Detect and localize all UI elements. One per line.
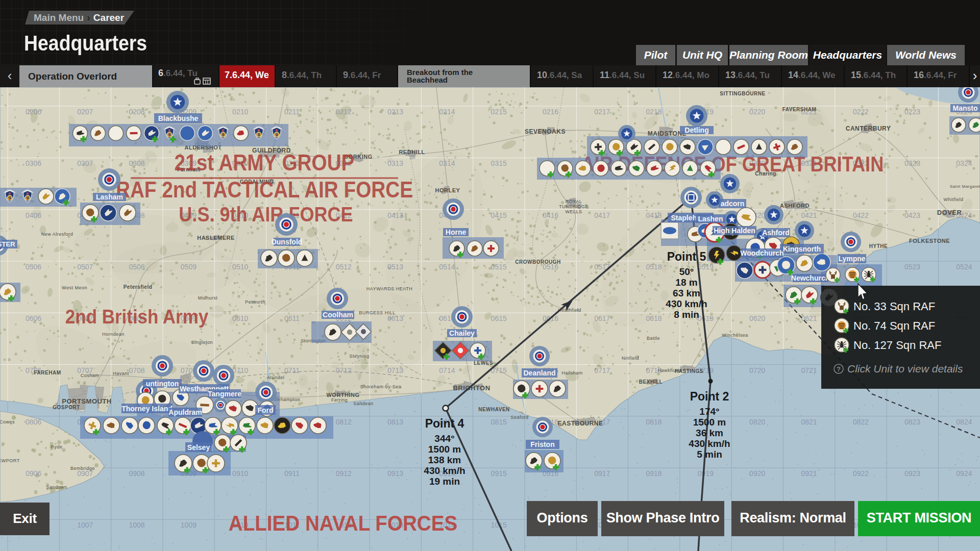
svg-text:Ryde: Ryde [51,444,62,449]
svg-text:9: 9 [26,195,29,201]
svg-text:0307: 0307 [77,159,93,167]
svg-text:Havant: Havant [113,371,129,376]
svg-text:0613: 0613 [387,314,403,322]
svg-text:9: 9 [275,132,278,137]
svg-text:Horndean: Horndean [102,332,125,337]
svg-text:Apuldram: Apuldram [168,408,202,416]
svg-text:0617: 0617 [594,314,610,322]
svg-text:0212: 0212 [336,108,352,116]
svg-text:0710: 0710 [232,366,248,374]
svg-text:Lympne: Lympne [838,255,865,263]
svg-text:Hailsham: Hailsham [561,370,583,375]
svg-text:Cowes: Cowes [0,419,15,424]
svg-text:RAF 2nd TACTICAL AIR FORCE: RAF 2nd TACTICAL AIR FORCE [116,177,413,203]
svg-text:5 min: 5 min [697,449,722,460]
svg-text:0621: 0621 [801,314,817,322]
svg-text:0606: 0606 [26,314,41,322]
svg-text:0216: 0216 [543,108,558,116]
svg-text:WELLS: WELLS [565,209,582,214]
svg-text:1007: 1007 [77,521,93,529]
svg-text:GOSPORT: GOSPORT [53,405,80,410]
svg-text:0207: 0207 [77,108,93,116]
svg-text:0416: 0416 [543,211,558,219]
svg-text:U.S. 9th AIR FORCE: U.S. 9th AIR FORCE [179,203,353,226]
svg-text:0821: 0821 [801,418,817,426]
svg-text:Dunsfold: Dunsfold [272,238,303,246]
svg-text:ALLIED NAVAL FORCES: ALLIED NAVAL FORCES [229,511,458,535]
svg-text:138 km: 138 km [428,455,461,465]
svg-text:0223: 0223 [904,108,920,116]
svg-text:0217: 0217 [594,108,610,116]
svg-text:0822: 0822 [853,418,869,426]
svg-text:8 min: 8 min [674,309,699,320]
svg-text:0815: 0815 [491,418,507,426]
svg-text:Seaford: Seaford [510,415,528,420]
svg-text:Petworth: Petworth [245,299,265,305]
svg-text:50°: 50° [679,266,694,277]
svg-text:0824: 0824 [956,418,972,426]
svg-text:0421: 0421 [801,211,817,219]
svg-text:DOVER: DOVER [937,209,962,216]
svg-text:0211: 0211 [284,108,300,116]
svg-text:0823: 0823 [904,418,920,426]
svg-text:No. 33 Sqn RAF: No. 33 Sqn RAF [853,300,935,313]
svg-text:0712: 0712 [336,366,352,374]
svg-text:BURGESS HILL: BURGESS HILL [359,310,396,315]
svg-text:untington: untington [146,380,179,388]
svg-text:0206: 0206 [26,108,41,116]
svg-text:0818: 0818 [646,418,662,426]
svg-text:0913: 0913 [387,469,403,478]
svg-text:0523: 0523 [904,263,920,271]
svg-text:New Alresford: New Alresford [41,232,74,237]
svg-text:9: 9 [222,132,224,137]
svg-text:Point 4: Point 4 [425,417,464,430]
svg-text:2nd British Army: 2nd British Army [65,306,209,328]
svg-text:Saltdean: Saltdean [353,401,374,406]
svg-text:0315: 0315 [491,159,507,167]
svg-text:ASHFORD: ASHFORD [780,203,810,209]
svg-text:FOLKESTONE: FOLKESTONE [909,238,950,244]
svg-text:Friston: Friston [530,440,554,448]
svg-text:Battle: Battle [647,336,660,341]
svg-text:No. 74 Sqn RAF: No. 74 Sqn RAF [853,319,935,332]
svg-text:Whitfield: Whitfield [943,197,963,202]
svg-text:0620: 0620 [749,314,765,322]
svg-text:0306: 0306 [26,159,41,167]
svg-text:Arundel: Arundel [267,375,285,380]
svg-text:0515: 0515 [491,263,507,271]
svg-text:0919: 0919 [698,469,714,478]
svg-text:0714: 0714 [439,366,455,374]
svg-text:0509: 0509 [181,263,197,271]
svg-text:0324: 0324 [956,159,972,167]
svg-text:?: ? [837,365,841,373]
svg-text:Ninfield: Ninfield [622,356,639,361]
svg-text:0820: 0820 [749,418,765,426]
svg-text:Shoreham-by-Sea: Shoreham-by-Sea [360,384,402,389]
svg-text:430 km/h: 430 km/h [424,465,465,476]
svg-text:0422: 0422 [853,211,869,219]
svg-text:0218: 0218 [646,108,662,116]
svg-text:Chailey: Chailey [449,329,475,337]
svg-text:Lasham: Lasham [96,193,123,201]
svg-text:9: 9 [257,132,260,137]
svg-text:Ford: Ford [257,406,273,414]
svg-text:0512: 0512 [336,263,352,271]
svg-text:FAVERSHAM: FAVERSHAM [782,107,817,112]
svg-text:Hawkhurst: Hawkhurst [657,368,681,373]
svg-text:0213: 0213 [387,108,403,116]
svg-text:0708: 0708 [129,366,145,374]
svg-text:0313: 0313 [387,159,403,167]
svg-text:SITTINGBOURNE: SITTINGBOURNE [720,91,765,96]
svg-text:Ashford: Ashford [762,229,790,237]
svg-text:ESTER: ESTER [0,240,15,248]
svg-text:430 km/h: 430 km/h [666,298,707,309]
svg-text:Tangmere: Tangmere [208,390,241,398]
svg-text:BEXHILL: BEXHILL [639,379,663,385]
svg-text:0506: 0506 [26,263,41,271]
svg-text:Deanland: Deanland [523,369,555,377]
svg-text:1008: 1008 [129,521,145,529]
svg-text:HAYWARDS HEATH: HAYWARDS HEATH [366,286,412,291]
svg-text:Lashen: Lashen [698,215,723,223]
svg-text:0911: 0911 [284,469,300,478]
svg-text:Woodchurch: Woodchurch [740,249,783,257]
